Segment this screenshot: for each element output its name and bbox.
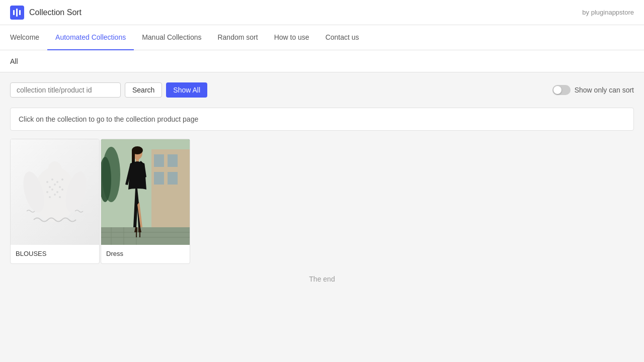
svg-point-4 <box>48 161 62 179</box>
info-message: Click on the collection to go to the col… <box>19 115 198 123</box>
nav-item-contact-us[interactable]: Contact us <box>317 25 367 50</box>
svg-point-13 <box>59 186 61 188</box>
svg-point-16 <box>56 191 58 193</box>
sub-tab-bar: All <box>0 50 644 72</box>
footer-end: The end <box>10 265 634 293</box>
nav-item-automated-collections[interactable]: Automated Collections <box>47 25 134 50</box>
end-text: The end <box>309 275 335 283</box>
svg-rect-26 <box>168 172 178 185</box>
header-byline: by pluginappstore <box>582 9 634 16</box>
svg-point-20 <box>59 196 61 198</box>
collection-grid: BLOUSES <box>10 139 634 265</box>
collection-label-dress: Dress <box>101 245 190 263</box>
content-area: Search Show All Show only can sort Click… <box>0 72 644 362</box>
app-logo <box>10 6 24 20</box>
collection-image-blouses <box>11 139 99 245</box>
svg-rect-27 <box>101 227 190 245</box>
info-box: Click on the collection to go to the col… <box>10 108 634 131</box>
toggle-section: Show only can sort <box>552 85 634 95</box>
nav-item-how-to-use[interactable]: How to use <box>266 25 317 50</box>
svg-rect-23 <box>154 154 164 167</box>
svg-rect-2 <box>19 10 21 15</box>
svg-point-8 <box>51 178 53 180</box>
search-button[interactable]: Search <box>125 82 162 98</box>
svg-rect-25 <box>154 172 164 185</box>
svg-rect-1 <box>16 9 18 17</box>
app-header: Collection Sort by pluginappstore <box>0 0 644 25</box>
svg-point-18 <box>49 196 51 198</box>
svg-point-9 <box>56 181 58 183</box>
sub-tab-all[interactable]: All <box>10 50 26 72</box>
main-nav: Welcome Automated Collections Manual Col… <box>0 25 644 50</box>
collection-card-blouses[interactable]: BLOUSES <box>10 139 100 264</box>
nav-item-manual-collections[interactable]: Manual Collections <box>134 25 209 50</box>
collection-image-dress <box>101 139 190 245</box>
svg-point-15 <box>51 189 53 191</box>
collection-label-blouses: BLOUSES <box>11 245 99 263</box>
svg-point-14 <box>46 191 48 193</box>
svg-rect-24 <box>168 154 178 167</box>
app-title: Collection Sort <box>29 8 82 17</box>
nav-item-random-sort[interactable]: Random sort <box>209 25 266 50</box>
nav-item-welcome[interactable]: Welcome <box>10 25 47 50</box>
show-all-button[interactable]: Show All <box>166 82 207 98</box>
show-only-can-sort-toggle[interactable] <box>552 85 571 95</box>
svg-point-11 <box>49 186 51 188</box>
svg-point-10 <box>61 178 63 180</box>
search-bar: Search Show All Show only can sort <box>10 82 634 98</box>
svg-point-7 <box>46 181 48 183</box>
header-left: Collection Sort <box>10 6 82 20</box>
collection-card-dress[interactable]: Dress <box>101 139 190 264</box>
svg-point-12 <box>54 184 56 186</box>
svg-rect-0 <box>13 10 15 15</box>
toggle-label: Show only can sort <box>575 86 634 94</box>
toggle-knob <box>553 86 561 94</box>
svg-point-19 <box>54 194 56 196</box>
search-input[interactable] <box>10 82 121 98</box>
svg-point-17 <box>61 189 63 191</box>
